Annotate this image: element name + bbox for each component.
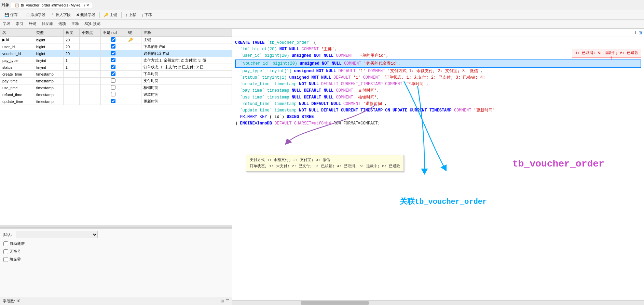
table-row[interactable]: refund_time timestamp 退款时间 — [0, 91, 232, 98]
cell-notnull[interactable] — [100, 71, 126, 78]
cell-notnull[interactable] — [100, 50, 126, 57]
fill-zero-row: 填充零 — [3, 257, 229, 262]
tab-fields[interactable]: 字段 — [2, 20, 11, 28]
tab-sql-preview[interactable]: SQL 预览 — [84, 20, 101, 28]
cell-comment: 主键 — [141, 37, 232, 43]
cell-name: create_time — [0, 71, 34, 78]
cell-length — [63, 78, 79, 84]
primary-key-button[interactable]: 🔑 主键 — [101, 11, 120, 18]
sql-line-pk: PRIMARY KEY (`id`) USING BTREE — [235, 114, 641, 120]
sql-line-createtime: `create_time` timestamp NOT NULL DEFAULT… — [235, 81, 641, 88]
table-row[interactable]: ▶ id bigint 20 🔑1 主键 — [0, 37, 232, 43]
col-header-key: 键 — [126, 29, 141, 37]
table-row[interactable]: use_time timestamp 核销时间 — [0, 84, 232, 91]
sql-line-usetime: `use_time` timestamp NULL DEFAULT NULL C… — [235, 94, 641, 101]
maximize-icon[interactable]: ⊞ — [639, 30, 642, 35]
move-down-button[interactable]: ↓ 下移 — [139, 11, 155, 18]
right-panel: ℹ ⊞ 4: 已取消; 5: 退款中; 6: 已退款 ↑ CREATE TABL… — [232, 29, 644, 305]
cell-key — [126, 57, 141, 64]
add-icon: ⊞ — [26, 13, 29, 17]
auto-increment-checkbox[interactable] — [3, 241, 8, 246]
field-table[interactable]: 名 类型 长度 小数点 不是 null 键 注释 ▶ id bigint 20 — [0, 29, 232, 224]
add-field-button[interactable]: ⊞ 添加字段 — [24, 11, 48, 18]
save-button[interactable]: 💾 保存 — [2, 11, 20, 18]
cell-notnull[interactable] — [100, 84, 126, 91]
cell-decimal — [79, 84, 100, 91]
notnull-checkbox[interactable] — [111, 85, 115, 90]
cell-type: timestamp — [34, 78, 64, 84]
main-tab[interactable]: 📋 tb_voucher_order @myredis (MyRe...) ✕ — [11, 2, 93, 8]
cell-notnull[interactable] — [100, 37, 126, 43]
fill-zero-checkbox[interactable] — [3, 257, 8, 262]
cell-name: status — [0, 64, 34, 71]
cell-notnull[interactable] — [100, 98, 126, 105]
table-row[interactable]: pay_time timestamp 支付时间 — [0, 78, 232, 84]
cell-type: bigint — [34, 37, 64, 43]
annotation-box: 4: 已取消; 5: 退款中; 6: 已退款 — [572, 49, 641, 58]
cell-name: update_time — [0, 98, 34, 105]
unsigned-checkbox[interactable] — [3, 249, 8, 254]
auto-increment-row: 自动递增 — [3, 241, 229, 246]
panel-separator — [0, 225, 232, 228]
delete-field-button[interactable]: ✖ 删除字段 — [74, 11, 98, 18]
cell-comment: 退款时间 — [141, 91, 232, 98]
main-content: 名 类型 长度 小数点 不是 null 键 注释 ▶ id bigint 20 — [0, 29, 644, 305]
field-count: 字段数: 10 — [3, 299, 20, 304]
sql-area[interactable]: 4: 已取消; 5: 退款中; 6: 已退款 ↑ CREATE TABLE `t… — [232, 37, 644, 300]
sql-line-create: CREATE TABLE `tb_voucher_order` ( — [235, 40, 641, 46]
cell-comment: 订单状态, 1: 未支付; 2: 已支付; 3: 已 — [141, 64, 232, 71]
default-select[interactable] — [16, 231, 98, 238]
scrollbar-thumb[interactable] — [301, 301, 369, 305]
insert-field-button[interactable]: ⋮ 插入字段 — [49, 11, 73, 18]
cell-comment: 支付时间 — [141, 78, 232, 84]
cell-notnull[interactable] — [100, 78, 126, 84]
table-row[interactable]: pay_type tinyint 1 支付方式 1: 余额支付; 2: 支付宝;… — [0, 57, 232, 64]
table-row[interactable]: create_time timestamp 下单时间 — [0, 71, 232, 78]
unsigned-label: 无符号 — [10, 249, 21, 254]
grid-icon[interactable]: ⊞ — [221, 299, 224, 303]
cell-name: voucher_id — [0, 50, 34, 57]
cell-type: timestamp — [34, 84, 64, 91]
delete-icon: ✖ — [76, 13, 79, 17]
table-row[interactable]: status tinyint 1 订单状态, 1: 未支付; 2: 已支付; 3… — [0, 64, 232, 71]
sql-line-paytime: `pay_time` timestamp NULL DEFAULT NULL C… — [235, 88, 641, 94]
cell-type: bigint — [34, 50, 64, 57]
sub-toolbar: 字段 索引 外键 触发器 选项 注释 SQL 预览 — [0, 20, 644, 29]
notnull-checkbox[interactable] — [111, 44, 115, 49]
cell-notnull[interactable] — [100, 91, 126, 98]
left-panel: 名 类型 长度 小数点 不是 null 键 注释 ▶ id bigint 20 — [0, 29, 232, 305]
cell-comment: 更新时间 — [141, 98, 232, 105]
notnull-checkbox[interactable] — [111, 99, 115, 103]
tab-comment[interactable]: 注释 — [71, 20, 80, 28]
notnull-checkbox[interactable] — [111, 65, 115, 69]
table-row[interactable]: update_time timestamp 更新时间 — [0, 98, 232, 105]
separator-3 — [121, 12, 122, 18]
fill-zero-label: 填充零 — [10, 257, 21, 262]
table-row[interactable]: voucher_id bigint 20 购买的代金券id — [0, 50, 232, 57]
cell-decimal — [79, 64, 100, 71]
tab-options[interactable]: 选项 — [58, 20, 67, 28]
tab-triggers[interactable]: 触发器 — [41, 20, 54, 28]
move-up-button[interactable]: ↑ 上移 — [123, 11, 139, 18]
cell-notnull[interactable] — [100, 57, 126, 64]
separator-2 — [99, 12, 100, 18]
list-icon[interactable]: ☰ — [226, 299, 229, 303]
table-row[interactable]: user_id bigint 20 下单的用户id — [0, 43, 232, 50]
cell-decimal — [79, 98, 100, 105]
tab-index[interactable]: 索引 — [15, 20, 24, 28]
tooltip-box: 支付方式 1: 余额支付; 2: 支付宝; 3: 微信 订单状态, 1: 未支付… — [246, 155, 404, 172]
cell-notnull[interactable] — [100, 43, 126, 50]
horizontal-scrollbar[interactable] — [232, 300, 644, 305]
notnull-checkbox[interactable] — [111, 71, 115, 76]
tab-foreign-key[interactable]: 外键 — [28, 20, 37, 28]
cell-notnull[interactable] — [100, 64, 126, 71]
notnull-checkbox[interactable] — [111, 78, 115, 83]
notnull-checkbox[interactable] — [111, 58, 115, 62]
cell-key — [126, 71, 141, 78]
notnull-checkbox[interactable] — [111, 51, 115, 55]
cell-decimal — [79, 43, 100, 50]
notnull-checkbox[interactable] — [111, 37, 115, 42]
sql-line-updatetime: `update_time` timestamp NOT NULL DEFAULT… — [235, 107, 641, 114]
notnull-checkbox[interactable] — [111, 92, 115, 96]
close-icon[interactable]: ✕ — [86, 3, 89, 8]
